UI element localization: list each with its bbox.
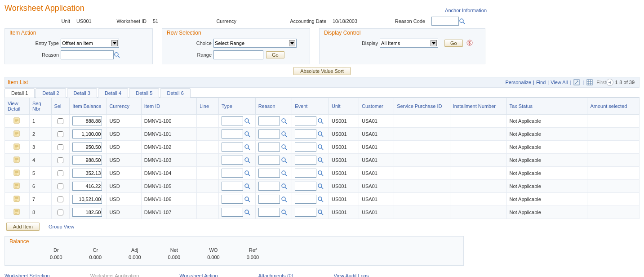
reason-row-input[interactable] [258, 208, 280, 217]
view-audit-logs-link[interactable]: View Audit Logs [333, 273, 369, 277]
reason-row-input[interactable] [258, 143, 280, 152]
worksheet-action-link[interactable]: Worksheet Action [179, 273, 218, 277]
reason-row-lookup-icon[interactable] [281, 196, 287, 202]
col-header[interactable]: Customer [359, 98, 394, 115]
event-lookup-icon[interactable] [317, 131, 324, 137]
type-lookup-icon[interactable] [244, 209, 250, 215]
prev-page-icon[interactable]: ◄ [606, 79, 613, 86]
reason-row-input[interactable] [258, 130, 280, 138]
type-input[interactable] [222, 182, 243, 191]
event-lookup-icon[interactable] [317, 196, 324, 202]
display-go-button[interactable]: Go [444, 40, 463, 47]
event-input[interactable] [295, 156, 316, 165]
reason-code-input[interactable] [431, 17, 459, 26]
tab-detail-5[interactable]: Detail 5 [129, 88, 159, 98]
col-header[interactable]: Amount selected [587, 98, 640, 115]
col-header[interactable]: Item Balance [70, 98, 107, 115]
tab-detail-1[interactable]: Detail 1 [4, 88, 35, 98]
event-lookup-icon[interactable] [317, 118, 324, 124]
type-input[interactable] [222, 169, 243, 178]
type-input[interactable] [222, 156, 243, 165]
display-select[interactable]: All Items [380, 39, 438, 48]
reason-row-input[interactable] [258, 195, 280, 204]
item-balance-input[interactable] [72, 130, 102, 138]
event-input[interactable] [295, 116, 316, 125]
event-lookup-icon[interactable] [317, 209, 324, 215]
event-input[interactable] [295, 169, 316, 178]
sel-checkbox[interactable] [58, 197, 63, 202]
currency-icon[interactable] [466, 40, 474, 47]
reason-row-lookup-icon[interactable] [281, 131, 287, 137]
item-balance-input[interactable] [72, 195, 102, 204]
view-detail-icon[interactable] [13, 183, 21, 189]
type-input[interactable] [222, 116, 243, 125]
entry-type-select[interactable]: Offset an Item [61, 39, 119, 48]
col-header[interactable]: Item ID [141, 98, 197, 115]
type-lookup-icon[interactable] [244, 183, 250, 189]
col-header[interactable]: Line [197, 98, 219, 115]
reason-row-lookup-icon[interactable] [281, 144, 287, 150]
type-lookup-icon[interactable] [244, 157, 250, 163]
reason-row-input[interactable] [258, 169, 280, 178]
col-header[interactable]: Service Purchase ID [394, 98, 450, 115]
view-detail-icon[interactable] [13, 196, 21, 202]
tab-detail-2[interactable]: Detail 2 [36, 88, 66, 98]
item-balance-input[interactable] [72, 182, 102, 191]
anchor-information-link[interactable]: Anchor Information [445, 8, 487, 13]
reason-code-lookup-icon[interactable] [459, 18, 465, 24]
reason-input[interactable] [61, 50, 114, 59]
type-input[interactable] [222, 208, 243, 217]
tab-detail-4[interactable]: Detail 4 [98, 88, 128, 98]
view-detail-icon[interactable] [13, 156, 21, 163]
range-input[interactable] [213, 50, 263, 59]
event-input[interactable] [295, 130, 316, 138]
view-all-link[interactable]: View All [551, 80, 568, 85]
reason-row-lookup-icon[interactable] [281, 209, 287, 215]
sel-checkbox[interactable] [58, 183, 63, 189]
col-header[interactable]: Event [292, 98, 329, 115]
reason-row-input[interactable] [258, 182, 280, 191]
tab-detail-3[interactable]: Detail 3 [67, 88, 97, 98]
tab-detail-6[interactable]: Detail 6 [160, 88, 190, 98]
col-header[interactable]: Sel [51, 98, 70, 115]
event-lookup-icon[interactable] [317, 170, 324, 176]
item-balance-input[interactable] [72, 143, 102, 152]
type-lookup-icon[interactable] [244, 170, 250, 176]
absolute-value-sort-button[interactable]: Absolute Value Sort [293, 67, 350, 75]
sel-checkbox[interactable] [58, 144, 63, 150]
item-balance-input[interactable] [72, 116, 102, 125]
col-header[interactable]: View Detail [5, 98, 30, 115]
choice-select[interactable]: Select Range [213, 39, 297, 48]
view-detail-icon[interactable] [13, 209, 21, 215]
reason-row-lookup-icon[interactable] [281, 157, 287, 163]
sel-checkbox[interactable] [58, 157, 63, 163]
col-header[interactable]: Installment Number [450, 98, 506, 115]
event-input[interactable] [295, 182, 316, 191]
worksheet-selection-link[interactable]: Worksheet Selection [4, 273, 50, 277]
sel-checkbox[interactable] [58, 210, 63, 215]
view-detail-icon[interactable] [13, 117, 21, 124]
view-detail-icon[interactable] [13, 130, 21, 137]
add-item-button[interactable]: Add Item [6, 223, 40, 231]
group-view-link[interactable]: Group View [49, 224, 74, 229]
row-selection-go-button[interactable]: Go [266, 51, 284, 58]
col-header[interactable]: Tax Status [506, 98, 587, 115]
personalize-link[interactable]: Personalize [506, 80, 531, 85]
type-lookup-icon[interactable] [244, 144, 250, 150]
sel-checkbox[interactable] [58, 118, 63, 124]
find-link[interactable]: Find [536, 80, 546, 85]
reason-row-lookup-icon[interactable] [281, 183, 287, 189]
type-input[interactable] [222, 143, 243, 152]
event-input[interactable] [295, 143, 316, 152]
item-balance-input[interactable] [72, 208, 102, 217]
item-balance-input[interactable] [72, 156, 102, 165]
type-input[interactable] [222, 130, 243, 138]
type-input[interactable] [222, 195, 243, 204]
attachments-link[interactable]: Attachments (0) [258, 273, 293, 277]
col-header[interactable]: Unit [329, 98, 359, 115]
type-lookup-icon[interactable] [244, 196, 250, 202]
download-icon[interactable] [586, 79, 593, 85]
reason-row-input[interactable] [258, 116, 280, 125]
sel-checkbox[interactable] [58, 170, 63, 176]
reason-row-lookup-icon[interactable] [281, 170, 287, 176]
